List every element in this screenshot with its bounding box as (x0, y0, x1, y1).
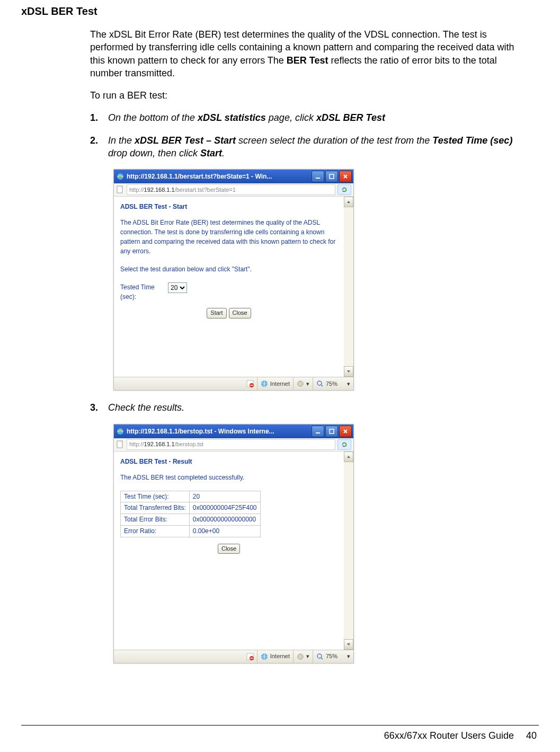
svg-point-8 (298, 381, 303, 386)
close-button[interactable] (339, 171, 352, 182)
step-1-pre: On the bottom of the (108, 112, 198, 123)
step-2-post: drop down, then click (108, 148, 200, 158)
step-2-b3: Start (200, 148, 222, 158)
step-3-num: 3. (90, 401, 108, 414)
step-2-b2: Tested Time (sec) (432, 135, 512, 146)
protected-mode-icon (297, 653, 304, 660)
result-value: 20 (189, 491, 260, 502)
scroll-track[interactable] (344, 207, 353, 366)
zoom-level[interactable]: 75% (326, 381, 337, 387)
footer-title: 66xx/67xx Router Users Guide (384, 730, 514, 741)
blocked-icon (246, 380, 254, 387)
scroll-down-button[interactable] (344, 639, 353, 650)
svg-point-19 (317, 654, 322, 658)
internet-zone-label: Internet (270, 381, 290, 387)
url-path: /berstop.tst (175, 441, 203, 447)
url-field[interactable]: http://192.168.1.1/berstart.tst?berState… (127, 184, 335, 195)
table-row: Total Error Bits:0x0000000000000000 (121, 514, 261, 526)
internet-zone-icon (261, 653, 268, 660)
address-bar: http://192.168.1.1/berstart.tst?berState… (114, 183, 353, 197)
table-row: Error Ratio:0.00e+00 (121, 526, 261, 537)
dialog-close-button[interactable]: Close (218, 544, 240, 554)
step-1-num: 1. (90, 111, 108, 124)
scroll-up-button[interactable] (344, 452, 353, 462)
step-2-pre: In the (108, 135, 135, 146)
dialog-close-button[interactable]: Close (229, 308, 251, 318)
page-icon (116, 440, 125, 449)
page-number: 40 (526, 730, 537, 741)
url-field[interactable]: http://192.168.1.1/berstop.tst (127, 439, 335, 450)
page-footer: 66xx/67xx Router Users Guide 40 (384, 730, 537, 741)
refresh-button[interactable] (337, 184, 351, 195)
url-host: 192.168.1.1 (144, 187, 175, 193)
step-3: 3. Check the results. (90, 401, 525, 414)
protected-mode-icon (297, 380, 304, 387)
scrollbar[interactable] (344, 197, 353, 377)
refresh-button[interactable] (337, 439, 351, 450)
intro-paragraph: The xDSL Bit Error Rate (BER) test deter… (90, 28, 525, 79)
result-value: 0x0000000000000000 (189, 514, 260, 526)
status-bar: Internet ▾ 75% ▾ (114, 377, 353, 390)
status-bar: Internet ▾ 75% ▾ (114, 650, 353, 663)
svg-rect-16 (250, 658, 253, 659)
result-value: 0.00e+00 (189, 526, 260, 537)
internet-zone-icon (261, 380, 268, 387)
scroll-down-button[interactable] (344, 366, 353, 377)
svg-rect-12 (330, 429, 334, 433)
table-row: Total Transferred Bits:0x000000004F25F40… (121, 502, 261, 514)
step-2-b1: xDSL BER Test – Start (135, 135, 236, 146)
step-2-tail: . (222, 148, 225, 158)
minimize-button[interactable] (312, 171, 324, 182)
svg-rect-6 (250, 385, 253, 386)
result-value: 0x000000004F25F400 (189, 502, 260, 514)
svg-rect-2 (330, 174, 334, 179)
address-bar: http://192.168.1.1/berstop.tst (114, 438, 353, 452)
svg-rect-1 (316, 178, 320, 179)
result-key: Test Time (sec): (121, 491, 190, 502)
step-2-num: 2. (90, 134, 108, 160)
step-2-mid: screen select the duration of the test f… (236, 135, 432, 146)
dialog-description: The ADSL BER test completed successfully… (120, 473, 337, 482)
titlebar: http://192.168.1.1/berstart.tst?berState… (114, 170, 353, 183)
result-key: Total Error Bits: (121, 514, 190, 526)
maximize-button[interactable] (325, 171, 338, 182)
svg-point-18 (298, 654, 303, 659)
zoom-level[interactable]: 75% (326, 653, 337, 659)
url-host: 192.168.1.1 (144, 441, 175, 447)
zoom-icon (316, 653, 324, 660)
window-title: http://192.168.1.1/berstop.tst - Windows… (127, 428, 312, 435)
minimize-button[interactable] (312, 426, 324, 437)
dialog-header: ADSL BER Test - Result (120, 457, 337, 466)
svg-rect-11 (316, 432, 320, 433)
step-3-text: Check the results. (108, 401, 184, 414)
window-title: http://192.168.1.1/berstart.tst?berState… (127, 173, 312, 180)
start-button[interactable]: Start (207, 308, 226, 318)
scroll-track[interactable] (344, 462, 353, 639)
blocked-icon (246, 653, 254, 660)
table-row: Test Time (sec):20 (121, 491, 261, 502)
screenshot-result: http://192.168.1.1/berstop.tst - Windows… (113, 424, 354, 663)
titlebar: http://192.168.1.1/berstop.tst - Windows… (114, 424, 353, 438)
screenshot-start: http://192.168.1.1/berstart.tst?berState… (113, 169, 354, 391)
ie-icon (116, 427, 125, 436)
url-path: /berstart.tst?berState=1 (175, 187, 236, 193)
close-button[interactable] (339, 426, 352, 437)
maximize-button[interactable] (325, 426, 338, 437)
url-scheme: http:// (129, 441, 144, 447)
tested-time-select[interactable]: 20 (168, 282, 187, 293)
page-icon (116, 185, 125, 194)
para-run: To run a BER test: (90, 89, 525, 102)
svg-point-9 (317, 381, 322, 385)
scrollbar[interactable] (344, 452, 353, 650)
footer-rule (21, 725, 539, 726)
dialog-header: ADSL BER Test - Start (120, 202, 337, 211)
result-key: Total Transferred Bits: (121, 502, 190, 514)
step-2: 2. In the xDSL BER Test – Start screen s… (90, 134, 525, 160)
internet-zone-label: Internet (270, 653, 290, 659)
scroll-up-button[interactable] (344, 197, 353, 207)
zoom-icon (316, 380, 324, 387)
step-1-mid: page, click (266, 112, 316, 123)
dialog-instruction: Select the test duration below and click… (120, 264, 337, 274)
ie-icon (116, 172, 125, 181)
dialog-description: The ADSL Bit Error Rate (BER) test deter… (120, 218, 337, 256)
